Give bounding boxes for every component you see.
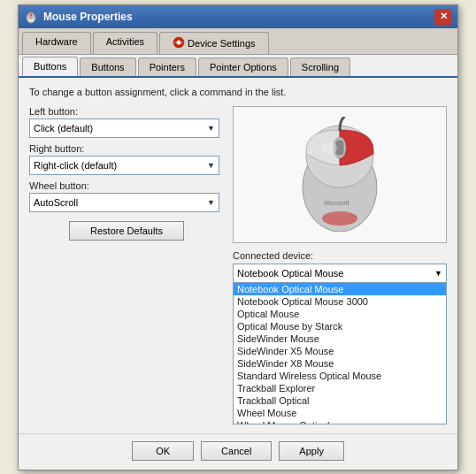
window-title: Mouse Properties xyxy=(43,11,434,23)
tab-buttons-1[interactable]: Buttons xyxy=(22,57,78,76)
hint-text: To change a button assignment, click a c… xyxy=(29,87,447,97)
mouse-properties-window: Mouse Properties ✕ Hardware Activities D… xyxy=(18,4,458,470)
list-item[interactable]: SideWinder Mouse xyxy=(234,333,446,345)
tab-device-settings[interactable]: Device Settings xyxy=(159,32,268,54)
restore-defaults-button[interactable]: Restore Defaults xyxy=(69,221,184,241)
list-item[interactable]: SideWinder X5 Mouse xyxy=(234,345,446,357)
connected-device-arrow-icon: ▼ xyxy=(434,269,442,278)
main-area: Left button: Click (default) ▼ Right but… xyxy=(29,106,447,424)
svg-point-13 xyxy=(320,142,338,153)
left-button-group: Left button: Click (default) ▼ xyxy=(29,106,224,138)
tab-buttons-2[interactable]: Buttons xyxy=(80,57,135,76)
tab-pointer-options[interactable]: Pointer Options xyxy=(198,57,288,76)
list-item[interactable]: Notebook Optical Mouse xyxy=(234,283,446,295)
cancel-button[interactable]: Cancel xyxy=(201,441,272,461)
window-controls: ✕ xyxy=(434,9,452,25)
ok-button[interactable]: OK xyxy=(132,441,194,461)
list-item[interactable]: Trackball Explorer xyxy=(234,382,446,394)
main-content: To change a button assignment, click a c… xyxy=(19,78,457,433)
left-button-select[interactable]: Click (default) ▼ xyxy=(29,119,219,138)
left-button-arrow-icon: ▼ xyxy=(207,124,215,133)
right-panel: Microsoft Connected device: Notebook Opt… xyxy=(233,106,447,424)
svg-text:Microsoft: Microsoft xyxy=(324,200,349,206)
wheel-button-select[interactable]: AutoScroll ▼ xyxy=(29,193,219,212)
list-item[interactable]: Optical Mouse by Starck xyxy=(234,320,446,333)
list-item[interactable]: Standard Wireless Optical Mouse xyxy=(234,370,446,382)
close-button[interactable]: ✕ xyxy=(434,9,452,25)
dialog-buttons: OK Cancel Apply xyxy=(19,433,457,470)
wheel-button-group: Wheel button: AutoScroll ▼ xyxy=(29,180,224,212)
tab-hardware[interactable]: Hardware xyxy=(22,32,91,54)
right-button-arrow-icon: ▼ xyxy=(207,161,215,170)
device-dropdown-list[interactable]: Notebook Optical Mouse Notebook Optical … xyxy=(233,283,447,424)
list-item[interactable]: Wheel Mouse xyxy=(234,407,446,419)
list-item[interactable]: SideWinder X8 Mouse xyxy=(234,357,446,370)
tab-pointers[interactable]: Pointers xyxy=(138,57,196,76)
mouse-image: Microsoft xyxy=(233,106,447,243)
window-icon xyxy=(24,10,38,24)
right-button-group: Right button: Right-click (default) ▼ xyxy=(29,143,224,175)
list-item[interactable]: Trackball Optical xyxy=(234,394,446,407)
tab-scrolling[interactable]: Scrolling xyxy=(290,57,350,76)
sub-tab-row: Buttons Buttons Pointers Pointer Options… xyxy=(19,55,457,78)
right-button-select[interactable]: Right-click (default) ▼ xyxy=(29,156,219,175)
wheel-button-arrow-icon: ▼ xyxy=(207,198,215,207)
list-item[interactable]: Optical Mouse xyxy=(234,308,446,320)
tab-activities[interactable]: Activities xyxy=(93,32,157,54)
svg-point-12 xyxy=(322,211,357,226)
title-bar: Mouse Properties ✕ xyxy=(19,5,457,28)
list-item[interactable]: Wheel Mouse Optical xyxy=(234,419,446,424)
right-button-label: Right button: xyxy=(29,143,224,154)
wheel-button-label: Wheel button: xyxy=(29,180,224,191)
mouse-illustration: Microsoft xyxy=(287,117,393,232)
device-settings-icon xyxy=(173,36,185,50)
left-panel: Left button: Click (default) ▼ Right but… xyxy=(29,106,224,424)
connected-device-select[interactable]: Notebook Optical Mouse ▼ xyxy=(233,264,447,283)
svg-point-3 xyxy=(30,13,33,16)
list-item[interactable]: Notebook Optical Mouse 3000 xyxy=(234,295,446,308)
connected-device-label: Connected device: xyxy=(233,250,447,261)
left-button-label: Left button: xyxy=(29,106,224,117)
svg-rect-6 xyxy=(174,42,183,43)
top-tab-row: Hardware Activities Device Settings xyxy=(19,28,457,55)
apply-button[interactable]: Apply xyxy=(279,441,344,461)
